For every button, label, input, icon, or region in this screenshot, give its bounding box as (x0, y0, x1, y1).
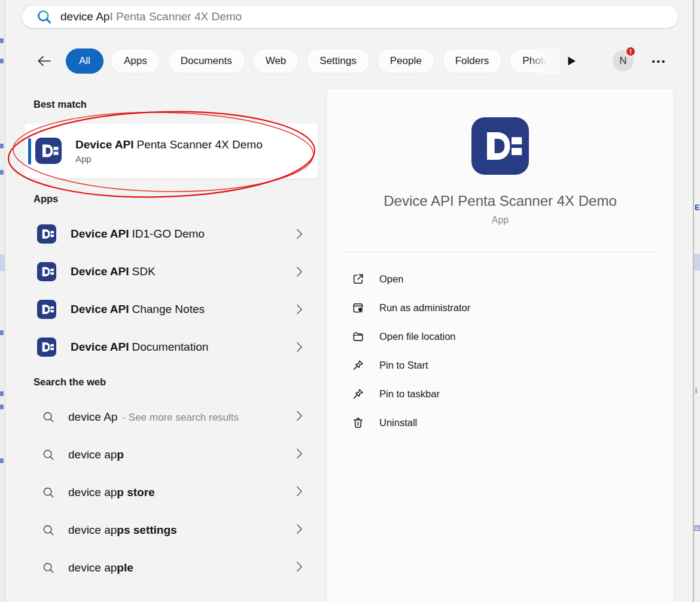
selection-accent-bar (28, 138, 31, 165)
device-api-app-icon (35, 138, 62, 164)
tab-apps[interactable]: Apps (111, 48, 160, 74)
search-glyph-icon (42, 411, 55, 424)
detail-subtitle: App (327, 215, 674, 226)
result-title-rest: Penta Scanner 4X Demo (137, 138, 263, 151)
tab-all[interactable]: All (66, 48, 104, 74)
web-result-device-apps-settings[interactable]: device apps settings (24, 511, 318, 549)
filter-tabs: All Apps Documents Web Settings People F… (66, 48, 560, 74)
tab-folders[interactable]: Folders (442, 48, 503, 74)
background-edge-left (0, 0, 5, 602)
action-pin-to-start[interactable]: Pin to Start (327, 351, 674, 379)
app-result-id1-go-demo[interactable]: Device APIID1-GO Demo (24, 215, 318, 253)
action-pin-to-taskbar[interactable]: Pin to taskbar (327, 379, 674, 408)
tab-people[interactable]: People (377, 48, 435, 74)
open-external-icon (352, 273, 364, 285)
detail-title: Device API Penta Scanner 4X Demo (327, 193, 674, 209)
web-result-see-more[interactable]: device Ap- See more search results (24, 398, 318, 436)
background-edge-right: E i m (693, 0, 700, 602)
search-typed-text: device Ap (60, 10, 109, 23)
device-api-app-icon (37, 224, 56, 244)
background-fragment: m (694, 523, 700, 531)
app-result-sdk[interactable]: Device APISDK (24, 253, 318, 290)
pin-icon (352, 388, 364, 400)
windows-search-flyout: E i m device ApI Penta Scanner 4X Demo A… (0, 0, 700, 602)
search-glyph-icon (42, 448, 55, 461)
web-results: device Ap- See more search results devic… (24, 398, 318, 586)
app-result-documentation[interactable]: Device APIDocumentation (24, 328, 318, 366)
search-glyph-icon (42, 486, 55, 499)
web-result-device-apple[interactable]: device apple (24, 549, 318, 586)
tab-web[interactable]: Web (252, 48, 300, 74)
play-arrow-icon (567, 56, 576, 66)
chevron-right-icon (296, 448, 303, 461)
device-api-app-icon-large (471, 117, 529, 175)
action-uninstall[interactable]: Uninstall (327, 408, 674, 437)
search-glyph-icon (42, 561, 55, 574)
result-detail-panel: Device API Penta Scanner 4X Demo App Ope… (326, 88, 674, 602)
chevron-right-icon (296, 266, 303, 277)
background-fragment: i (695, 387, 697, 394)
action-run-as-administrator[interactable]: Run as administrator (327, 293, 674, 322)
search-icon (36, 9, 52, 25)
chevron-right-icon (296, 524, 303, 537)
notification-badge: ! (625, 46, 636, 57)
tab-settings[interactable]: Settings (306, 48, 369, 74)
tabs-scroll-right-button[interactable] (567, 54, 580, 68)
result-subtitle: App (75, 154, 263, 164)
results-list: Best match Device APIPenta Scanner 4X De… (24, 88, 318, 586)
trash-icon (352, 416, 364, 429)
chevron-right-icon (296, 229, 303, 239)
back-button[interactable] (35, 52, 54, 70)
device-api-app-icon (37, 262, 56, 281)
folder-icon (352, 330, 364, 343)
device-api-app-icon (37, 300, 56, 319)
divider (341, 252, 659, 253)
chevron-right-icon (296, 561, 303, 574)
tab-documents[interactable]: Documents (168, 48, 245, 74)
action-open[interactable]: Open (327, 264, 674, 293)
section-header-search-the-web: Search the web (34, 376, 318, 388)
best-match-result[interactable]: Device APIPenta Scanner 4X Demo App (24, 123, 318, 179)
device-api-app-icon (37, 338, 56, 357)
admin-shield-icon (352, 302, 364, 314)
chevron-right-icon (296, 342, 303, 352)
search-suggestion-text: I Penta Scanner 4X Demo (109, 10, 242, 23)
section-header-best-match: Best match (34, 99, 318, 110)
action-list: Open Run as administrator Open file loca… (327, 264, 674, 437)
result-title-bold: Device API (75, 138, 134, 151)
section-header-apps: Apps (34, 193, 318, 205)
app-result-change-notes[interactable]: Device APIChange Notes (24, 290, 318, 328)
tab-photos[interactable]: Photos (509, 48, 560, 74)
apps-results: Device APIID1-GO Demo Device APISDK Devi… (24, 215, 318, 366)
action-open-file-location[interactable]: Open file location (327, 322, 674, 351)
avatar-initial: N (619, 55, 626, 67)
chevron-right-icon (296, 304, 303, 315)
search-glyph-icon (42, 524, 55, 537)
chevron-right-icon (296, 486, 303, 499)
search-input[interactable]: device ApI Penta Scanner 4X Demo (22, 5, 678, 29)
more-options-button[interactable]: ••• (647, 54, 671, 68)
back-arrow-icon (36, 54, 53, 68)
background-fragment: E (695, 203, 700, 211)
pin-icon (352, 359, 364, 372)
chevron-right-icon (296, 411, 303, 424)
web-result-device-app[interactable]: device app (24, 436, 318, 473)
web-result-device-app-store[interactable]: device app store (24, 473, 318, 511)
